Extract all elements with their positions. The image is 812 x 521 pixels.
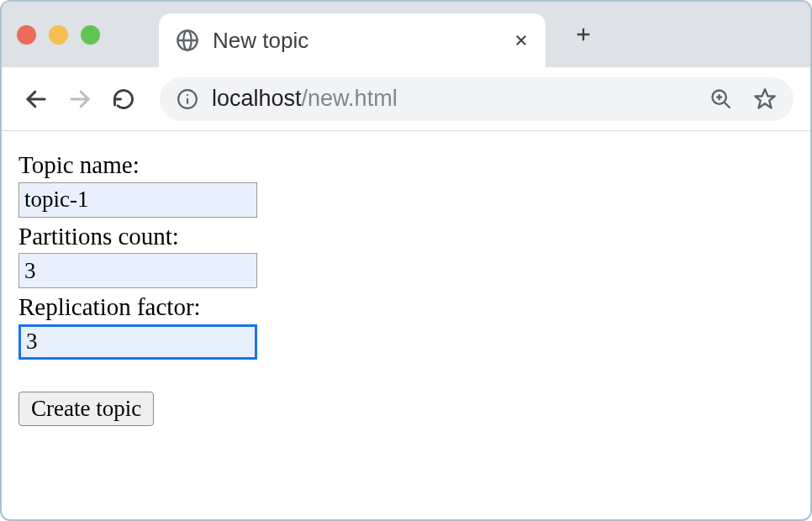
new-tab-icon[interactable] [574, 25, 593, 44]
close-tab-icon[interactable] [514, 33, 529, 48]
url-host: localhost [212, 86, 302, 111]
browser-tab[interactable]: New topic [159, 13, 546, 67]
window-controls [17, 25, 100, 45]
address-bar[interactable]: localhost/new.html [160, 77, 794, 121]
topic-name-label: Topic name: [18, 148, 794, 182]
site-info-icon[interactable] [177, 88, 198, 110]
zoom-icon[interactable] [709, 87, 733, 111]
maximize-window-button[interactable] [81, 25, 100, 45]
forward-button[interactable] [62, 82, 98, 117]
tab-strip: New topic [2, 2, 810, 67]
bookmark-star-icon[interactable] [753, 87, 777, 111]
create-topic-button[interactable]: Create topic [18, 392, 154, 426]
partitions-label: Partitions count: [18, 219, 794, 254]
page-content: Topic name: Partitions count: Replicatio… [2, 131, 810, 519]
partitions-input[interactable] [18, 253, 257, 288]
toolbar: localhost/new.html [2, 67, 810, 131]
svg-marker-16 [755, 89, 774, 108]
svg-point-11 [187, 94, 188, 96]
url-path: /new.html [302, 86, 398, 111]
minimize-window-button[interactable] [49, 25, 68, 45]
browser-window: New topic [0, 0, 812, 521]
replication-label: Replication factor: [18, 290, 794, 324]
topic-name-input[interactable] [18, 182, 257, 218]
replication-input[interactable] [18, 324, 257, 360]
reload-button[interactable] [106, 82, 141, 117]
globe-icon [176, 29, 199, 52]
back-button[interactable] [18, 82, 54, 117]
url-text: localhost/new.html [212, 86, 689, 112]
tab-title: New topic [213, 28, 500, 54]
close-window-button[interactable] [17, 25, 36, 45]
svg-line-13 [725, 103, 730, 108]
